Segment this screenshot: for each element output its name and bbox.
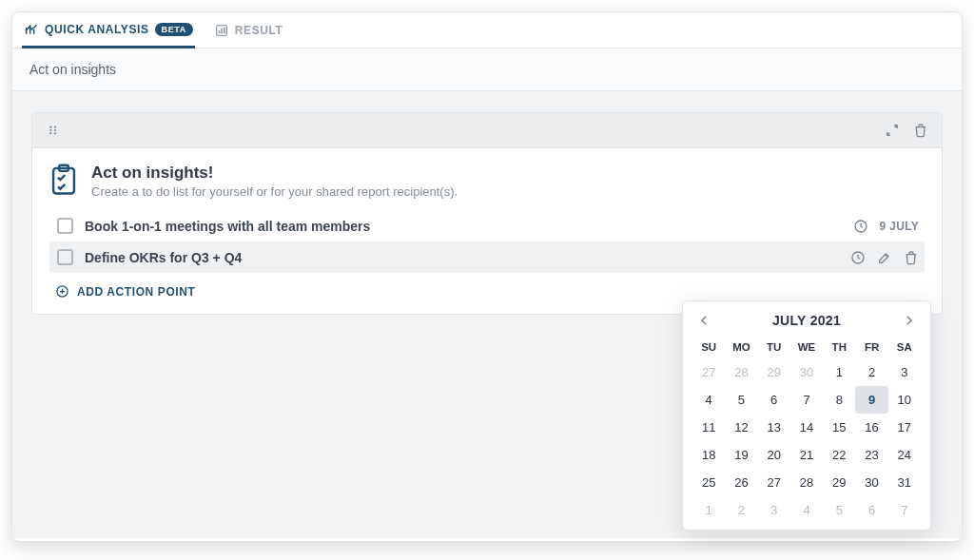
action-label: Book 1-on-1 meetings with all team membe… (85, 219, 853, 234)
plus-circle-icon (55, 284, 69, 299)
tab-quick-analysis[interactable]: QUICK ANALYSIS BETA (22, 13, 195, 48)
calendar-day[interactable]: 9 (855, 386, 887, 414)
tab-bar: QUICK ANALYSIS BETA RESULT (12, 12, 962, 48)
calendar-day[interactable]: 28 (725, 358, 757, 386)
action-row[interactable]: Book 1-on-1 meetings with all team membe… (49, 210, 925, 241)
calendar-day[interactable]: 7 (888, 496, 921, 524)
svg-point-5 (49, 129, 51, 131)
trash-icon[interactable] (904, 250, 919, 265)
calendar-day[interactable]: 30 (855, 469, 887, 496)
intro-subtitle: Create a to do list for yourself or for … (91, 184, 458, 199)
insights-card: Act on insights! Create a to do list for… (31, 112, 943, 315)
tab-result[interactable]: RESULT (212, 12, 285, 48)
calendar-day[interactable]: 5 (823, 496, 855, 524)
calendar-dow: SU (692, 336, 725, 358)
calendar-day[interactable]: 27 (692, 358, 725, 386)
calendar-dow: WE (790, 336, 823, 358)
svg-point-4 (49, 126, 51, 128)
svg-rect-2 (221, 29, 223, 33)
card-header-right (885, 123, 928, 138)
intro-title: Act on insights! (91, 164, 458, 183)
add-action-label: ADD ACTION POINT (77, 285, 196, 299)
calendar-day[interactable]: 2 (725, 496, 757, 524)
calendar-dow: TU (758, 336, 790, 358)
calendar-day[interactable]: 16 (855, 414, 887, 441)
calendar-day[interactable]: 10 (888, 386, 921, 414)
card-header (32, 113, 942, 148)
tab-label: RESULT (235, 24, 283, 37)
beta-badge: BETA (155, 23, 193, 36)
calendar-day[interactable]: 31 (888, 469, 921, 496)
calendar-day[interactable]: 11 (692, 414, 725, 441)
calendar-day[interactable]: 5 (725, 386, 757, 414)
clock-icon[interactable] (850, 250, 866, 265)
calendar-day[interactable]: 29 (823, 469, 855, 496)
section-header: Act on insights (12, 48, 962, 91)
calendar-day[interactable]: 13 (758, 414, 790, 441)
action-row[interactable]: Define OKRs for Q3 + Q4 (49, 241, 925, 273)
card-header-left (46, 123, 61, 138)
calendar-day[interactable]: 25 (692, 469, 725, 496)
svg-point-9 (54, 132, 56, 134)
svg-rect-1 (218, 30, 220, 33)
calendar-dow: SA (888, 336, 921, 358)
date-picker: JULY 2021 SUMOTUWETHFRSA2728293012345678… (682, 300, 931, 531)
trash-icon[interactable] (913, 123, 928, 138)
chevron-right-icon[interactable] (902, 313, 917, 328)
calendar-dow: TH (823, 336, 855, 358)
calendar-day[interactable]: 30 (790, 358, 823, 386)
calendar-header: JULY 2021 (692, 311, 921, 336)
calendar-day[interactable]: 27 (758, 469, 790, 496)
calendar-day[interactable]: 28 (790, 469, 823, 496)
calendar-day[interactable]: 7 (790, 386, 823, 414)
calendar-day[interactable]: 4 (692, 386, 725, 414)
section-title: Act on insights (29, 62, 116, 77)
calendar-day[interactable]: 23 (855, 441, 887, 469)
calendar-dow: FR (855, 336, 887, 358)
calendar-day[interactable]: 29 (758, 358, 790, 386)
clipboard-icon (49, 164, 78, 196)
calendar-day[interactable]: 8 (823, 386, 855, 414)
calendar-grid: SUMOTUWETHFRSA27282930123456789101112131… (692, 336, 921, 524)
due-date: 9 JULY (880, 220, 919, 233)
svg-rect-3 (224, 27, 225, 33)
action-meta: 9 JULY (853, 219, 919, 234)
chevron-left-icon[interactable] (696, 313, 711, 328)
edit-icon[interactable] (877, 250, 892, 265)
calendar-day[interactable]: 17 (888, 414, 921, 441)
add-action-button[interactable]: ADD ACTION POINT (49, 273, 925, 302)
calendar-day[interactable]: 4 (790, 496, 823, 524)
tab-label: QUICK ANALYSIS (45, 23, 149, 36)
checkbox[interactable] (57, 218, 73, 234)
calendar-day[interactable]: 1 (823, 358, 855, 386)
calendar-day[interactable]: 26 (725, 469, 757, 496)
svg-point-6 (49, 132, 51, 134)
bar-chart-icon (24, 22, 39, 37)
calendar-dow: MO (725, 336, 757, 358)
calendar-day[interactable]: 12 (725, 414, 757, 441)
calendar-day[interactable]: 19 (725, 441, 757, 469)
clock-icon (853, 219, 868, 234)
calendar-day[interactable]: 18 (692, 441, 725, 469)
svg-point-8 (54, 129, 56, 131)
intro-block: Act on insights! Create a to do list for… (49, 164, 925, 199)
calendar-day[interactable]: 3 (758, 496, 790, 524)
calendar-day[interactable]: 2 (855, 358, 887, 386)
calendar-day[interactable]: 22 (823, 441, 855, 469)
calendar-day[interactable]: 6 (855, 496, 887, 524)
checkbox[interactable] (57, 249, 73, 265)
calendar-day[interactable]: 14 (790, 414, 823, 441)
calendar-day[interactable]: 20 (758, 441, 790, 469)
calendar-day[interactable]: 21 (790, 441, 823, 469)
calendar-day[interactable]: 6 (758, 386, 790, 414)
calendar-day[interactable]: 15 (823, 414, 855, 441)
calendar-day[interactable]: 1 (692, 496, 725, 524)
card-body: Act on insights! Create a to do list for… (32, 148, 942, 314)
svg-point-7 (54, 126, 56, 128)
calendar-day[interactable]: 3 (888, 358, 921, 386)
intro-text: Act on insights! Create a to do list for… (91, 164, 458, 199)
drag-handle-icon[interactable] (46, 123, 61, 138)
result-icon (214, 23, 229, 38)
calendar-day[interactable]: 24 (888, 441, 921, 469)
expand-icon[interactable] (885, 123, 900, 138)
